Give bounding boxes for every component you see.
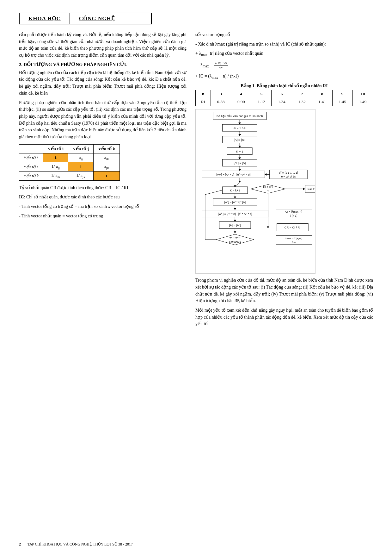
svg-text:[Aᵏ] = [Aᵏ⁻¹] * [A]: [Aᵏ] = [Aᵏ⁻¹] * [A] — [224, 201, 246, 204]
left-bullet-2: - Tính vector nhất quán = vector tổng có… — [19, 213, 187, 220]
table-row: n 3 4 5 6 7 8 9 10 — [196, 90, 373, 98]
lambda-symbol: λmax = — [200, 62, 212, 68]
svg-text:[A] = [aᵢⱼ]: [A] = [aᵢⱼ] — [234, 138, 246, 141]
ri-val-6: 1.24 — [272, 98, 292, 106]
svg-text:K = 1: K = 1 — [236, 150, 243, 153]
cell-ki: 1/ aik — [43, 171, 68, 181]
left-para-3: Phương pháp nghiên cứu phân tích theo hà… — [19, 99, 187, 140]
svg-text:[Aᵏ] = [A]: [Aᵏ] = [A] — [234, 161, 246, 165]
cell-jk: ajk — [94, 162, 120, 171]
svg-marker-69 — [267, 227, 269, 228]
svg-text:/ (n-1): / (n-1) — [290, 214, 297, 217]
right-para-scope-1: Trong phạm vi nghiên cứu của đề tài, mức… — [195, 277, 373, 304]
svg-marker-15 — [238, 158, 241, 159]
ri-val-5: 1.12 — [251, 98, 272, 106]
header-khoa-hoc: KHOA HỌC — [20, 13, 70, 24]
footer: 2 TẠP CHÍ KHOA HỌC VÀ CÔNG NGHỆ THỦY LỢI… — [0, 540, 392, 549]
flowchart-container: Số liệu đầu vào các giá trị so sánh aᵢ =… — [195, 109, 373, 275]
svg-marker-37 — [234, 196, 236, 198]
svg-text:≤ 0.00001: ≤ 0.00001 — [229, 240, 241, 243]
row-label-k: Yếu tố k — [19, 171, 43, 181]
comparison-matrix-table: Yếu tố i Yếu tố j Yếu tố k Yếu tố i 1 ai… — [19, 144, 120, 181]
plus-ic-text: + IC = (λmax − n) / (n-1) — [195, 73, 373, 81]
main-content: cần phải được tiến hành kỹ càng và. Bởi … — [19, 31, 373, 330]
ri-val-4: 0.90 — [231, 98, 251, 106]
ri-val-10: 1.49 — [352, 98, 373, 106]
svg-text:[A] = [Aᵏ]: [A] = [Aᵏ] — [229, 224, 241, 227]
cr-formula-text: Tỷ số nhất quán CR được tính theo công t… — [19, 184, 187, 191]
svg-marker-3 — [238, 122, 241, 124]
right-para-scope-2: Mỗi một yếu tố xem xét đến khả năng gây … — [195, 307, 373, 327]
svg-marker-28 — [238, 181, 241, 183]
page: KHOA HỌC CÔNG NGHỆ cần phải được tiến hà… — [0, 0, 392, 555]
ri-header-9: 9 — [332, 90, 352, 98]
ri-header-7: 7 — [292, 90, 312, 98]
svg-marker-7 — [238, 134, 241, 136]
cell-jj: 1 — [68, 162, 94, 171]
ri-val-3: 0.58 — [211, 98, 231, 106]
matrix-header-k: Yếu tố k — [94, 144, 120, 153]
lambda-fraction: Σ aᵢⱼ · wⱼ wᵢ — [214, 60, 228, 70]
svg-marker-41 — [234, 208, 236, 210]
svg-text:CR = CI / RI: CR = CI / RI — [285, 226, 301, 229]
svg-marker-48 — [234, 220, 236, 222]
ic-definition: IC: Chỉ số nhất quán, được xác định theo… — [19, 194, 187, 201]
plus-lambda-text: + λmax: trị riêng của vector nhất quán — [195, 50, 373, 58]
cell-kj: 1/ ajk — [68, 171, 94, 181]
right-bullet-suffix: số/ vector trọng số — [195, 31, 373, 38]
flowchart-svg: Số liệu đầu vào các giá trị so sánh aᵢ =… — [195, 109, 315, 274]
table-row: Yếu tố j 1/ aij 1 ajk — [19, 162, 120, 171]
header-bar: KHOA HỌC CÔNG NGHỆ — [19, 13, 152, 24]
svg-text:CI ≤ 0.1: CI ≤ 0.1 — [263, 185, 273, 189]
ri-header-3: 3 — [211, 90, 231, 98]
svg-marker-19 — [238, 169, 241, 171]
table-row: Yếu tố k 1/ aik 1/ ajk 1 — [19, 171, 120, 181]
ri-table: Bảng 1. Bảng phân loại chỉ số ngẫu nhiên… — [195, 83, 373, 106]
svg-text:[Wᵏ] = [Aᵏ * e] · [eᵀ * Aᵏ * e: [Wᵏ] = [Aᵏ * e] · [eᵀ * Aᵏ * e] — [217, 173, 251, 176]
ri-header-6: 6 — [272, 90, 292, 98]
cell-ij: aij — [68, 153, 94, 162]
svg-text:?: ? — [267, 190, 269, 193]
svg-marker-52 — [234, 231, 236, 233]
svg-text:e = col of 1s: e = col of 1s — [281, 175, 296, 178]
matrix-header-i: Yếu tố i — [43, 144, 68, 153]
table-row: RI 0.58 0.90 1.12 1.24 1.32 1.41 1.45 1.… — [196, 98, 373, 106]
svg-text:wᵏ − wᵏ⁻¹: wᵏ − wᵏ⁻¹ — [229, 236, 241, 239]
svg-text:eᵀ = [1 1 1 ... 1]: eᵀ = [1 1 1 ... 1] — [279, 171, 298, 174]
svg-text:Kết thúc: Kết thúc — [308, 188, 315, 191]
svg-line-67 — [205, 190, 222, 195]
ri-header-n: n — [196, 90, 211, 98]
svg-text:/ wᵢ: / wᵢ — [292, 241, 296, 244]
lambda-formula: λmax = Σ aᵢⱼ · wⱼ wᵢ — [200, 60, 373, 70]
ri-val-8: 1.41 — [312, 98, 332, 106]
ri-header-10: 10 — [352, 90, 373, 98]
svg-text:Số liệu đầu vào các giá trị so: Số liệu đầu vào các giá trị so sánh — [217, 114, 263, 118]
ri-header-8: 8 — [312, 90, 332, 98]
cell-ik: aik — [94, 153, 120, 162]
row-label-i: Yếu tố i — [19, 153, 43, 162]
cell-ii: 1 — [43, 153, 68, 162]
svg-text:K = k+1: K = k+1 — [230, 189, 240, 192]
right-column: số/ vector trọng số - Xác định λmax (giá… — [195, 31, 373, 330]
ri-table-caption: Bảng 1. Bảng phân loại chỉ số ngẫu nhiên… — [195, 83, 373, 89]
svg-text:[Wᵏ] = [Aᵏ * e] · [eᵀ * Aᵏ * e: [Wᵏ] = [Aᵏ * e] · [eᵀ * Aᵏ * e] — [218, 212, 252, 215]
left-column: cần phải được tiến hành kỹ càng và. Bởi … — [19, 31, 187, 330]
svg-marker-11 — [238, 146, 241, 148]
row-label-j: Yếu tố j — [19, 162, 43, 171]
left-para-2: Đối tượng nghiên cứu của cách tiếp cận t… — [19, 69, 187, 97]
lambda-denominator: wᵢ — [218, 65, 224, 70]
ri-label: RI — [196, 98, 211, 106]
ri-val-7: 1.32 — [292, 98, 312, 106]
table-row: Yếu tố i 1 aij aik — [19, 153, 120, 162]
left-bullet-1: - Tính vector tổng có trọng số = ma trận… — [19, 203, 187, 210]
svg-marker-57 — [303, 188, 305, 190]
footer-journal: TẠP CHÍ KHOA HỌC VÀ CÔNG NGHỆ THỦY LỢI S… — [27, 542, 133, 547]
ri-header-4: 4 — [231, 90, 251, 98]
cell-ji: 1/ aij — [43, 162, 68, 171]
header-cong-nghe: CÔNG NGHỆ — [70, 13, 124, 24]
matrix-header-empty — [19, 144, 43, 153]
matrix-header-j: Yếu tố j — [68, 144, 94, 153]
footer-page-number: 2 — [19, 542, 21, 547]
svg-text:λmax = Σ(aᵢⱼ·wⱼ): λmax = Σ(aᵢⱼ·wⱼ) — [285, 237, 303, 240]
ic-label: IC — [19, 195, 24, 199]
